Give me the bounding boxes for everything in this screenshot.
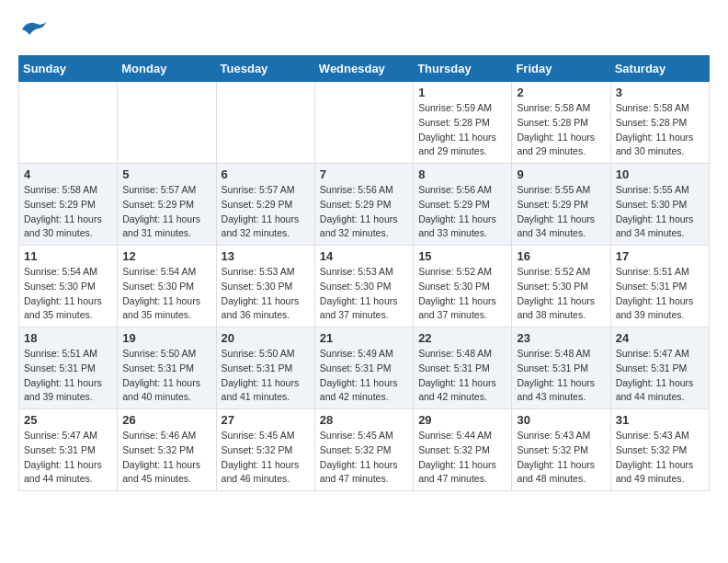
day-info: Sunrise: 5:43 AM Sunset: 5:32 PM Dayligh… — [616, 429, 704, 487]
day-info: Sunrise: 5:49 AM Sunset: 5:31 PM Dayligh… — [320, 347, 408, 405]
day-number: 7 — [320, 167, 408, 181]
calendar-cell: 6Sunrise: 5:57 AM Sunset: 5:29 PM Daylig… — [216, 164, 314, 246]
day-info: Sunrise: 5:54 AM Sunset: 5:30 PM Dayligh… — [122, 265, 210, 323]
day-info: Sunrise: 5:48 AM Sunset: 5:31 PM Dayligh… — [517, 347, 605, 405]
calendar-table: SundayMondayTuesdayWednesdayThursdayFrid… — [18, 55, 710, 491]
day-number: 2 — [517, 86, 605, 99]
day-info: Sunrise: 5:48 AM Sunset: 5:31 PM Dayligh… — [418, 347, 506, 405]
day-number: 12 — [122, 249, 210, 263]
day-number: 10 — [616, 167, 704, 181]
day-number: 21 — [320, 331, 408, 345]
day-info: Sunrise: 5:56 AM Sunset: 5:29 PM Dayligh… — [418, 183, 506, 241]
day-info: Sunrise: 5:55 AM Sunset: 5:30 PM Dayligh… — [616, 183, 704, 241]
day-info: Sunrise: 5:44 AM Sunset: 5:32 PM Dayligh… — [418, 429, 506, 487]
calendar-header-row: SundayMondayTuesdayWednesdayThursdayFrid… — [19, 56, 710, 82]
day-info: Sunrise: 5:53 AM Sunset: 5:30 PM Dayligh… — [320, 265, 408, 323]
day-info: Sunrise: 5:57 AM Sunset: 5:29 PM Dayligh… — [122, 183, 210, 241]
day-number: 29 — [418, 413, 506, 427]
day-number: 6 — [222, 167, 310, 181]
day-info: Sunrise: 5:47 AM Sunset: 5:31 PM Dayligh… — [24, 429, 112, 487]
calendar-cell — [19, 82, 118, 164]
day-info: Sunrise: 5:58 AM Sunset: 5:28 PM Dayligh… — [616, 101, 704, 159]
calendar-cell — [314, 82, 413, 164]
day-number: 15 — [418, 249, 506, 263]
calendar-cell: 2Sunrise: 5:58 AM Sunset: 5:28 PM Daylig… — [512, 82, 610, 164]
day-info: Sunrise: 5:58 AM Sunset: 5:28 PM Dayligh… — [517, 101, 605, 159]
calendar-cell: 15Sunrise: 5:52 AM Sunset: 5:30 PM Dayli… — [414, 246, 512, 327]
day-info: Sunrise: 5:54 AM Sunset: 5:30 PM Dayligh… — [24, 265, 112, 323]
calendar-header-thursday: Thursday — [414, 56, 512, 82]
day-number: 25 — [24, 413, 112, 427]
day-number: 19 — [122, 331, 210, 345]
day-number: 26 — [122, 413, 210, 427]
day-number: 8 — [418, 167, 506, 181]
calendar-cell: 31Sunrise: 5:43 AM Sunset: 5:32 PM Dayli… — [610, 409, 709, 491]
calendar-header-friday: Friday — [512, 56, 610, 82]
calendar-cell: 8Sunrise: 5:56 AM Sunset: 5:29 PM Daylig… — [414, 164, 512, 246]
day-number: 17 — [616, 249, 704, 263]
day-info: Sunrise: 5:47 AM Sunset: 5:31 PM Dayligh… — [616, 347, 704, 405]
day-number: 14 — [320, 249, 408, 263]
calendar-cell: 18Sunrise: 5:51 AM Sunset: 5:31 PM Dayli… — [19, 327, 118, 409]
logo-bird-icon — [20, 18, 48, 40]
calendar-cell: 16Sunrise: 5:52 AM Sunset: 5:30 PM Dayli… — [512, 246, 610, 327]
calendar-cell: 4Sunrise: 5:58 AM Sunset: 5:29 PM Daylig… — [19, 164, 118, 246]
calendar-cell: 3Sunrise: 5:58 AM Sunset: 5:28 PM Daylig… — [610, 82, 709, 164]
day-number: 1 — [418, 86, 506, 99]
day-number: 5 — [122, 167, 210, 181]
day-number: 18 — [24, 331, 112, 345]
day-info: Sunrise: 5:58 AM Sunset: 5:29 PM Dayligh… — [24, 183, 112, 241]
calendar-cell — [216, 82, 314, 164]
day-info: Sunrise: 5:56 AM Sunset: 5:29 PM Dayligh… — [320, 183, 408, 241]
calendar-cell: 14Sunrise: 5:53 AM Sunset: 5:30 PM Dayli… — [314, 246, 413, 327]
day-info: Sunrise: 5:57 AM Sunset: 5:29 PM Dayligh… — [222, 183, 310, 241]
calendar-header-saturday: Saturday — [610, 56, 709, 82]
calendar-header-sunday: Sunday — [19, 56, 118, 82]
calendar-week-row: 11Sunrise: 5:54 AM Sunset: 5:30 PM Dayli… — [19, 246, 710, 327]
calendar-cell — [118, 82, 216, 164]
day-info: Sunrise: 5:50 AM Sunset: 5:31 PM Dayligh… — [222, 347, 310, 405]
calendar-cell: 13Sunrise: 5:53 AM Sunset: 5:30 PM Dayli… — [216, 246, 314, 327]
day-number: 31 — [616, 413, 704, 427]
day-info: Sunrise: 5:45 AM Sunset: 5:32 PM Dayligh… — [222, 429, 310, 487]
day-number: 28 — [320, 413, 408, 427]
calendar-cell: 24Sunrise: 5:47 AM Sunset: 5:31 PM Dayli… — [610, 327, 709, 409]
calendar-cell: 28Sunrise: 5:45 AM Sunset: 5:32 PM Dayli… — [314, 409, 413, 491]
day-info: Sunrise: 5:59 AM Sunset: 5:28 PM Dayligh… — [418, 101, 506, 159]
day-info: Sunrise: 5:45 AM Sunset: 5:32 PM Dayligh… — [320, 429, 408, 487]
calendar-cell: 25Sunrise: 5:47 AM Sunset: 5:31 PM Dayli… — [19, 409, 118, 491]
calendar-cell: 26Sunrise: 5:46 AM Sunset: 5:32 PM Dayli… — [118, 409, 216, 491]
day-number: 24 — [616, 331, 704, 345]
calendar-cell: 22Sunrise: 5:48 AM Sunset: 5:31 PM Dayli… — [414, 327, 512, 409]
day-number: 3 — [616, 86, 704, 99]
day-number: 30 — [517, 413, 605, 427]
calendar-cell: 5Sunrise: 5:57 AM Sunset: 5:29 PM Daylig… — [118, 164, 216, 246]
calendar-cell: 7Sunrise: 5:56 AM Sunset: 5:29 PM Daylig… — [314, 164, 413, 246]
calendar-cell: 12Sunrise: 5:54 AM Sunset: 5:30 PM Dayli… — [118, 246, 216, 327]
calendar-week-row: 18Sunrise: 5:51 AM Sunset: 5:31 PM Dayli… — [19, 327, 710, 409]
day-info: Sunrise: 5:55 AM Sunset: 5:29 PM Dayligh… — [517, 183, 605, 241]
day-info: Sunrise: 5:43 AM Sunset: 5:32 PM Dayligh… — [517, 429, 605, 487]
day-info: Sunrise: 5:52 AM Sunset: 5:30 PM Dayligh… — [517, 265, 605, 323]
calendar-cell: 20Sunrise: 5:50 AM Sunset: 5:31 PM Dayli… — [216, 327, 314, 409]
day-info: Sunrise: 5:53 AM Sunset: 5:30 PM Dayligh… — [222, 265, 310, 323]
calendar-cell: 17Sunrise: 5:51 AM Sunset: 5:31 PM Dayli… — [610, 246, 709, 327]
page-header — [18, 18, 710, 40]
logo — [18, 18, 48, 40]
day-number: 16 — [517, 249, 605, 263]
calendar-header-tuesday: Tuesday — [216, 56, 314, 82]
calendar-header-wednesday: Wednesday — [314, 56, 413, 82]
calendar-week-row: 1Sunrise: 5:59 AM Sunset: 5:28 PM Daylig… — [19, 82, 710, 164]
calendar-week-row: 4Sunrise: 5:58 AM Sunset: 5:29 PM Daylig… — [19, 164, 710, 246]
calendar-cell: 29Sunrise: 5:44 AM Sunset: 5:32 PM Dayli… — [414, 409, 512, 491]
calendar-cell: 10Sunrise: 5:55 AM Sunset: 5:30 PM Dayli… — [610, 164, 709, 246]
calendar-cell: 19Sunrise: 5:50 AM Sunset: 5:31 PM Dayli… — [118, 327, 216, 409]
day-number: 13 — [222, 249, 310, 263]
calendar-cell: 27Sunrise: 5:45 AM Sunset: 5:32 PM Dayli… — [216, 409, 314, 491]
day-info: Sunrise: 5:51 AM Sunset: 5:31 PM Dayligh… — [616, 265, 704, 323]
calendar-cell: 1Sunrise: 5:59 AM Sunset: 5:28 PM Daylig… — [414, 82, 512, 164]
day-number: 11 — [24, 249, 112, 263]
day-number: 9 — [517, 167, 605, 181]
day-number: 22 — [418, 331, 506, 345]
calendar-cell: 23Sunrise: 5:48 AM Sunset: 5:31 PM Dayli… — [512, 327, 610, 409]
